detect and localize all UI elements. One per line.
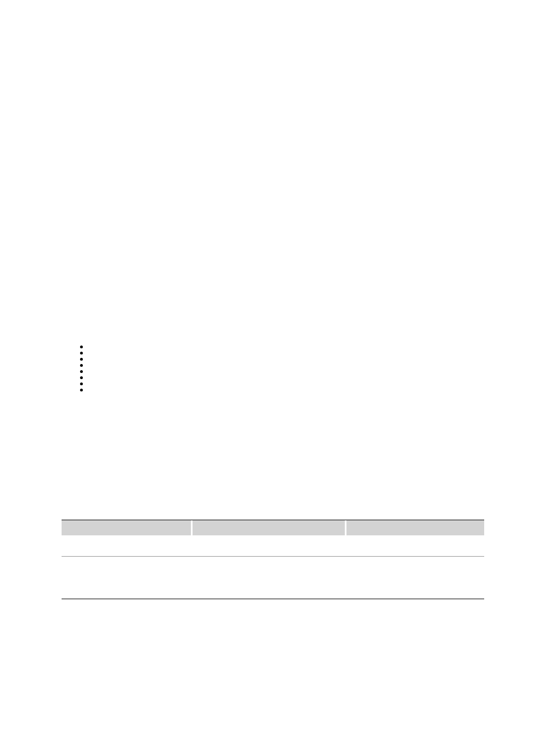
list-item — [80, 382, 91, 385]
bullet-icon — [80, 346, 83, 348]
data-table — [62, 520, 484, 599]
table-header-cell — [347, 520, 484, 535]
table-cell — [62, 535, 193, 556]
table-header-cell — [193, 520, 345, 535]
table-cell — [193, 535, 347, 556]
table-cell — [62, 557, 193, 599]
bullet-icon — [80, 382, 83, 385]
bullet-icon — [80, 376, 83, 379]
list-item — [80, 389, 91, 391]
table-header — [62, 520, 484, 535]
bullet-icon — [80, 364, 83, 367]
list-item — [80, 358, 91, 361]
table-header-cell — [62, 520, 191, 535]
list-item — [80, 352, 91, 354]
bullet-list — [80, 346, 91, 395]
table-cell — [347, 535, 484, 556]
bullet-icon — [80, 370, 83, 373]
table-row — [62, 535, 484, 557]
table-cell — [193, 557, 347, 599]
table-cell — [347, 557, 484, 599]
bullet-icon — [80, 352, 83, 354]
list-item — [80, 376, 91, 379]
list-item — [80, 370, 91, 373]
table-row — [62, 557, 484, 599]
list-item — [80, 364, 91, 367]
list-item — [80, 346, 91, 348]
bullet-icon — [80, 389, 83, 391]
bullet-icon — [80, 358, 83, 361]
